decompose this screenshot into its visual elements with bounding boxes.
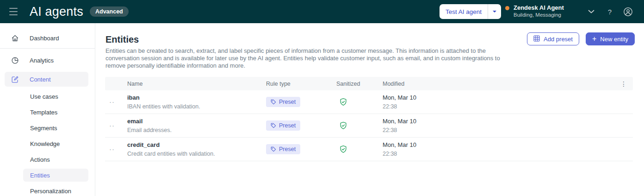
test-agent-dropdown-caret[interactable] (488, 4, 501, 19)
table-row[interactable]: ·· iban IBAN entities with validation. P… (105, 90, 633, 114)
tag-icon (271, 99, 276, 105)
modified-date: Mon, Mar 10 (383, 118, 614, 125)
sub-item-label: Segments (30, 125, 57, 132)
app-title: AI agents (30, 5, 83, 19)
agent-selector[interactable]: Zendesk AI Agent Building, Messaging (505, 4, 564, 19)
entity-name: iban (127, 94, 266, 101)
sub-item-label: Personalization (30, 188, 71, 195)
entity-description: Email addresses. (127, 126, 266, 134)
preset-badge-label: Preset (279, 122, 296, 129)
table-row[interactable]: ·· email Email addresses. Preset (105, 114, 633, 138)
drag-handle-icon[interactable]: ·· (105, 123, 127, 128)
sub-item-label: Entities (30, 172, 50, 179)
add-preset-button[interactable]: Add preset (527, 32, 579, 45)
tag-icon (271, 146, 276, 152)
agent-name: Zendesk AI Agent (514, 4, 564, 12)
sidebar-item-personalization[interactable]: Personalization (0, 183, 95, 196)
test-ai-agent-button[interactable]: Test AI agent (440, 4, 501, 19)
table-row[interactable]: ·· credit_card Credit card entities with… (105, 138, 633, 161)
agent-selector-text: Zendesk AI Agent Building, Messaging (514, 4, 564, 19)
new-entity-button[interactable]: + New entity (586, 32, 635, 45)
table-header-row: Name Rule type Sanitized Modified ⋮ (105, 77, 633, 90)
modified-cell: Mon, Mar 10 22:38 (383, 141, 614, 158)
entities-table: Name Rule type Sanitized Modified ⋮ ·· i… (105, 77, 633, 161)
pie-chart-icon (11, 57, 19, 64)
drag-handle-icon[interactable]: ·· (105, 100, 127, 104)
sanitized-cell (336, 145, 383, 153)
column-header-sanitized: Sanitized (336, 81, 383, 87)
plus-icon: + (592, 35, 596, 43)
sidebar-divider (0, 48, 95, 49)
sanitized-cell (336, 121, 383, 130)
sidebar-item-content[interactable]: Content (5, 72, 88, 87)
sub-item-label: Use cases (30, 93, 58, 100)
table-options-kebab-icon[interactable]: ⋮ (614, 80, 633, 88)
preset-badge: Preset (266, 144, 300, 154)
column-header-name: Name (127, 81, 266, 87)
shield-check-icon (339, 145, 347, 153)
tag-icon (271, 123, 276, 128)
sub-item-label: Templates (30, 109, 57, 116)
edit-icon (11, 76, 19, 83)
sidebar-item-label: Dashboard (30, 35, 59, 42)
sidebar-item-actions[interactable]: Actions (0, 152, 95, 167)
rule-type-cell: Preset (266, 97, 336, 107)
column-header-rule-type: Rule type (266, 81, 336, 87)
preset-badge: Preset (266, 120, 300, 131)
new-entity-label: New entity (600, 36, 628, 43)
top-header-bar: AI agents Advanced Test AI agent Zendesk… (0, 0, 644, 23)
agent-context: Building, Messaging (514, 12, 564, 19)
sidebar-item-use-cases[interactable]: Use cases (0, 89, 95, 104)
rule-type-cell: Preset (266, 144, 336, 154)
entity-description: Credit card entities with validation. (127, 150, 266, 158)
page-description: Entities can be created to search, extra… (105, 47, 504, 70)
modified-date: Mon, Mar 10 (383, 141, 614, 149)
preset-badge-label: Preset (279, 99, 296, 105)
sidebar-item-templates[interactable]: Templates (0, 104, 95, 120)
entity-name-cell: email Email addresses. (127, 118, 266, 134)
column-header-modified: Modified (383, 81, 614, 87)
entity-name-cell: credit_card Credit card entities with va… (127, 141, 266, 158)
sidebar-nav: Dashboard Analytics Content Use cases Te… (0, 23, 95, 196)
plan-badge: Advanced (90, 6, 129, 17)
page-title: Entities (105, 34, 139, 45)
account-icon[interactable] (622, 0, 634, 23)
grid-icon (533, 35, 540, 43)
modified-cell: Mon, Mar 10 22:38 (383, 118, 614, 134)
modified-time: 22:38 (383, 103, 614, 110)
content-sub-nav: Use cases Templates Segments Knowledge A… (0, 89, 95, 196)
preset-badge-label: Preset (279, 146, 296, 152)
sidebar-item-analytics[interactable]: Analytics (0, 51, 95, 70)
modified-cell: Mon, Mar 10 22:38 (383, 94, 614, 110)
sub-item-label: Actions (30, 156, 50, 163)
sidebar-item-label: Content (30, 76, 51, 83)
help-icon[interactable]: ? (604, 0, 615, 23)
modified-time: 22:38 (383, 150, 614, 158)
sanitized-cell (336, 98, 383, 106)
shield-check-icon (339, 121, 347, 130)
entity-name: email (127, 118, 266, 125)
test-ai-agent-label: Test AI agent (440, 4, 488, 19)
home-icon (11, 34, 19, 42)
drag-handle-icon[interactable]: ·· (105, 147, 127, 152)
hamburger-menu-icon[interactable] (9, 8, 18, 15)
sidebar-item-label: Analytics (30, 57, 54, 64)
add-preset-label: Add preset (544, 36, 573, 43)
sidebar-item-knowledge[interactable]: Knowledge (0, 136, 95, 152)
rule-type-cell: Preset (266, 120, 336, 131)
sidebar-item-dashboard[interactable]: Dashboard (0, 29, 95, 47)
page-actions: Add preset + New entity (527, 32, 635, 45)
entity-name-cell: iban IBAN entities with validation. (127, 94, 266, 110)
chevron-down-icon[interactable] (586, 0, 597, 23)
sub-item-label: Knowledge (30, 140, 60, 147)
main-content: Entities Entities can be created to sear… (95, 23, 644, 196)
entity-description: IBAN entities with validation. (127, 103, 266, 110)
shield-check-icon (339, 98, 347, 106)
sidebar-item-segments[interactable]: Segments (0, 120, 95, 136)
modified-date: Mon, Mar 10 (383, 94, 614, 101)
entity-name: credit_card (127, 141, 266, 149)
preset-badge: Preset (266, 97, 300, 107)
sidebar-item-entities[interactable]: Entities (23, 169, 88, 182)
modified-time: 22:38 (383, 126, 614, 134)
agent-status-dot (505, 6, 509, 10)
